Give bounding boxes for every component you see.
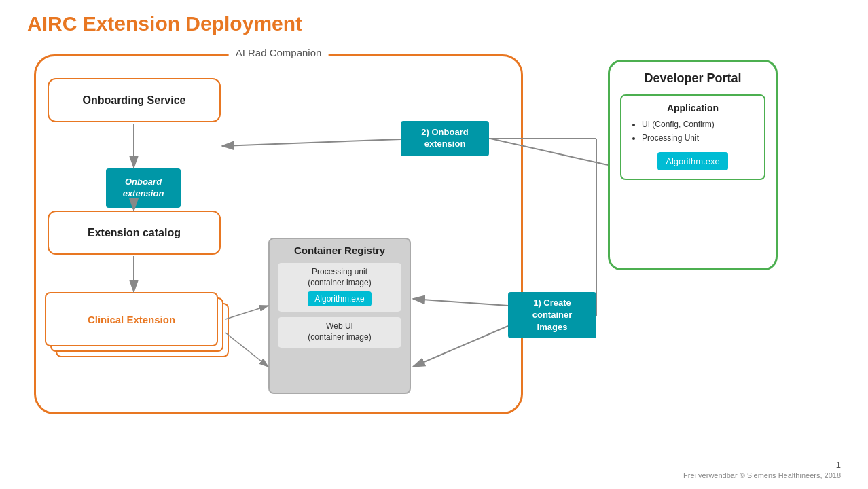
web-ui-box: Web UI(container image) bbox=[278, 317, 401, 348]
airc-label: AI Rad Companion bbox=[229, 47, 329, 58]
application-title: Application bbox=[630, 103, 756, 113]
footer-copyright: Frei verwendbar © Siemens Healthineers, … bbox=[683, 471, 841, 479]
application-bullets: UI (Config, Confirm) Processing Unit bbox=[630, 117, 756, 145]
clinical-extension-label: Clinical Extension bbox=[88, 314, 175, 325]
application-inner-box: Application UI (Config, Confirm) Process… bbox=[620, 94, 765, 180]
container-registry-box: Container Registry Processing unit(conta… bbox=[268, 238, 411, 394]
clinical-ext-front: Clinical Extension bbox=[45, 292, 218, 346]
extension-catalog-label: Extension catalog bbox=[88, 227, 181, 239]
page-number: 1 bbox=[683, 460, 841, 470]
extension-catalog-box: Extension catalog bbox=[48, 211, 221, 255]
processing-unit-label: Processing unit(container image) bbox=[283, 267, 396, 288]
processing-unit-box: Processing unit(container image) Algorit… bbox=[278, 263, 401, 312]
create-container-label: 1) Createcontainerimages bbox=[532, 297, 573, 334]
create-container-badge: 1) Createcontainerimages bbox=[508, 292, 596, 338]
algorithm-badge-portal: Algorithm.exe bbox=[657, 152, 727, 170]
footer: 1 Frei verwendbar © Siemens Healthineers… bbox=[683, 460, 841, 479]
onboard-badge-inner-label: Onboardextension bbox=[123, 177, 164, 200]
container-registry-title: Container Registry bbox=[270, 239, 410, 259]
algorithm-badge-registry: Algorithm.exe bbox=[308, 291, 371, 306]
onboard-badge-top-label: 2) Onboardextension bbox=[421, 127, 468, 150]
developer-portal-box: Developer Portal Application UI (Config,… bbox=[608, 60, 778, 270]
onboarding-service-box: Onboarding Service bbox=[48, 78, 221, 122]
app-bullet-2: Processing Unit bbox=[642, 131, 756, 145]
onboard-badge-inner: Onboardextension bbox=[106, 168, 181, 208]
clinical-extension-stack: Clinical Extension bbox=[45, 292, 225, 374]
web-ui-label: Web UI(container image) bbox=[283, 321, 396, 342]
onboarding-service-label: Onboarding Service bbox=[82, 94, 185, 107]
app-bullet-1: UI (Config, Confirm) bbox=[642, 117, 756, 131]
developer-portal-title: Developer Portal bbox=[610, 62, 776, 91]
page-title: AIRC Extension Deployment bbox=[27, 12, 302, 35]
onboard-extension-badge-top: 2) Onboardextension bbox=[401, 121, 489, 156]
